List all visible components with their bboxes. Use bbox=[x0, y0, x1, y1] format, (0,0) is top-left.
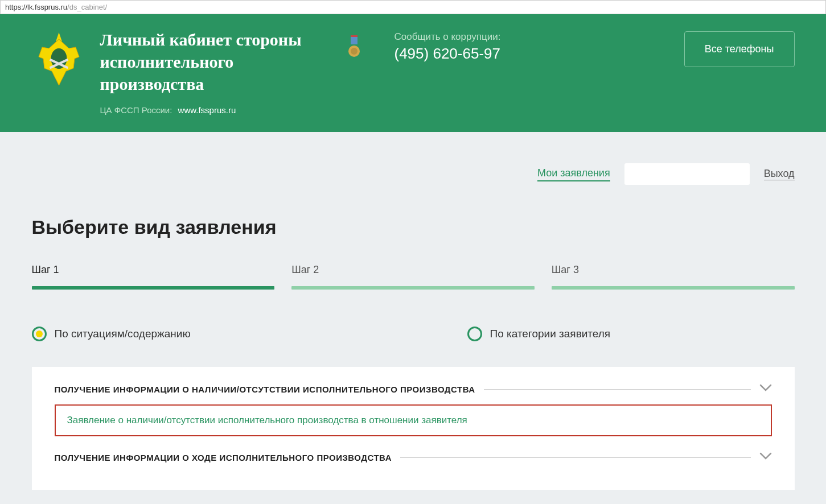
accordion-title: ПОЛУЧЕНИЕ ИНФОРМАЦИИ О НАЛИЧИИ/ОТСУТСТВИ… bbox=[55, 385, 475, 394]
step-bar bbox=[552, 286, 795, 290]
application-item-presence-absence[interactable]: Заявление о наличии/отсутствии исполните… bbox=[55, 404, 772, 436]
emblem-icon bbox=[32, 31, 86, 91]
top-navigation: Мои заявления Выход bbox=[32, 132, 795, 199]
step-indicator: Шаг 1 Шаг 2 Шаг 3 bbox=[32, 264, 795, 290]
page-heading: Выберите вид заявления bbox=[32, 216, 795, 238]
my-applications-link[interactable]: Мои заявления bbox=[537, 167, 610, 181]
step-label: Шаг 1 bbox=[32, 264, 275, 276]
step-3: Шаг 3 bbox=[552, 264, 795, 290]
svg-point-6 bbox=[351, 48, 357, 55]
application-type-list: ПОЛУЧЕНИЕ ИНФОРМАЦИИ О НАЛИЧИИ/ОТСУТСТВИ… bbox=[32, 367, 795, 490]
chevron-down-icon bbox=[759, 452, 772, 462]
chevron-down-icon bbox=[759, 384, 772, 394]
step-1: Шаг 1 bbox=[32, 264, 275, 290]
url-path: /ds_cabinet/ bbox=[67, 3, 107, 11]
url-base: https://lk.fssprus.ru bbox=[5, 3, 67, 11]
step-bar bbox=[32, 286, 275, 290]
address-bar[interactable]: https://lk.fssprus.ru/ds_cabinet/ bbox=[0, 0, 826, 14]
radio-by-situation[interactable]: По ситуациям/содержанию bbox=[32, 327, 359, 341]
accordion-section-progress: ПОЛУЧЕНИЕ ИНФОРМАЦИИ О ХОДЕ ИСПОЛНИТЕЛЬН… bbox=[55, 452, 772, 462]
divider-line bbox=[484, 389, 751, 390]
divider-line bbox=[400, 457, 751, 458]
radio-label: По категории заявителя bbox=[490, 328, 611, 340]
corruption-phone: (495) 620-65-97 bbox=[394, 45, 501, 63]
filter-radios: По ситуациям/содержанию По категории зая… bbox=[32, 327, 795, 341]
step-bar bbox=[291, 286, 535, 290]
site-title: Личный кабинет стороны исполнительного п… bbox=[100, 28, 339, 95]
accordion-section-presence: ПОЛУЧЕНИЕ ИНФОРМАЦИИ О НАЛИЧИИ/ОТСУТСТВИ… bbox=[55, 384, 772, 436]
site-header: Личный кабинет стороны исполнительного п… bbox=[0, 14, 826, 132]
all-phones-button[interactable]: Все телефоны bbox=[684, 31, 795, 67]
corruption-label: Сообщить о коррупции: bbox=[394, 31, 501, 43]
subtitle-link[interactable]: www.fssprus.ru bbox=[178, 105, 236, 115]
accordion-title: ПОЛУЧЕНИЕ ИНФОРМАЦИИ О ХОДЕ ИСПОЛНИТЕЛЬН… bbox=[55, 453, 392, 462]
radio-by-category[interactable]: По категории заявителя bbox=[467, 327, 795, 341]
user-name-block bbox=[624, 163, 750, 185]
medal-icon bbox=[348, 35, 360, 60]
radio-circle-icon bbox=[467, 327, 482, 341]
radio-circle-icon bbox=[32, 327, 47, 341]
step-label: Шаг 2 bbox=[291, 264, 535, 276]
subtitle-prefix: ЦА ФССП России: bbox=[100, 105, 172, 115]
logout-link[interactable]: Выход bbox=[764, 168, 795, 180]
accordion-header[interactable]: ПОЛУЧЕНИЕ ИНФОРМАЦИИ О ХОДЕ ИСПОЛНИТЕЛЬН… bbox=[55, 452, 772, 462]
svg-rect-4 bbox=[351, 35, 357, 37]
radio-label: По ситуациям/содержанию bbox=[55, 328, 191, 340]
step-2: Шаг 2 bbox=[291, 264, 535, 290]
step-label: Шаг 3 bbox=[552, 264, 795, 276]
accordion-header[interactable]: ПОЛУЧЕНИЕ ИНФОРМАЦИИ О НАЛИЧИИ/ОТСУТСТВИ… bbox=[55, 384, 772, 394]
